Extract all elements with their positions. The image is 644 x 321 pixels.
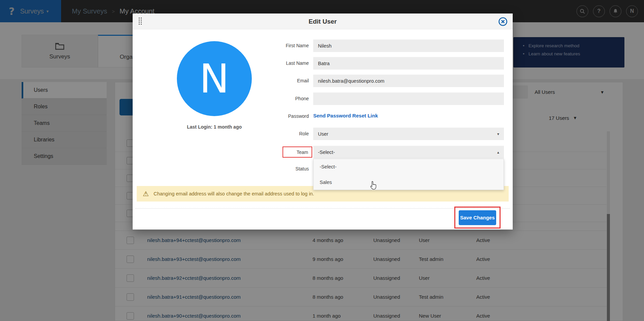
save-changes-button[interactable]: Save Changes — [459, 210, 496, 225]
close-icon[interactable] — [498, 17, 508, 27]
role-select-value: User — [318, 131, 328, 137]
chevron-up-icon: ▴ — [497, 150, 499, 155]
modal-title: Edit User — [133, 14, 513, 29]
warning-text: Changing email address will also change … — [154, 191, 314, 196]
password-label: Password — [255, 113, 309, 119]
last-name-label: Last Name — [255, 60, 309, 66]
team-label: Team — [297, 150, 308, 155]
role-label: Role — [255, 131, 309, 136]
last-name-field[interactable] — [313, 57, 504, 70]
warning-triangle-icon: ⚠ — [143, 190, 149, 198]
team-select-value: -Select- — [318, 150, 335, 155]
team-option-select[interactable]: -Select- — [314, 159, 504, 175]
email-label: Email — [255, 78, 309, 83]
team-dropdown-menu: -Select- Sales — [313, 159, 504, 190]
phone-label: Phone — [255, 96, 309, 101]
footer-divider — [135, 208, 510, 209]
status-label: Status — [255, 166, 309, 171]
first-name-field[interactable] — [313, 39, 504, 52]
team-select[interactable]: -Select- ▴ — [313, 146, 504, 158]
send-password-reset-link[interactable]: Send Password Reset Link — [313, 113, 378, 118]
mouse-cursor-hand-icon — [370, 181, 377, 191]
role-select[interactable]: User ▾ — [313, 128, 504, 140]
email-field[interactable] — [313, 75, 504, 87]
edit-user-modal: Edit User N Last Login: 1 month ago Firs… — [133, 14, 513, 230]
user-avatar-large: N — [177, 41, 252, 116]
first-name-label: First Name — [255, 43, 309, 48]
phone-field[interactable] — [313, 92, 504, 105]
last-login-text: Last Login: 1 month ago — [154, 124, 275, 130]
team-option-sales[interactable]: Sales — [314, 175, 504, 190]
chevron-down-icon: ▾ — [497, 132, 499, 136]
team-label-highlight: Team — [283, 146, 312, 158]
save-button-highlight: Save Changes — [454, 207, 501, 229]
modal-header: Edit User — [133, 14, 513, 29]
